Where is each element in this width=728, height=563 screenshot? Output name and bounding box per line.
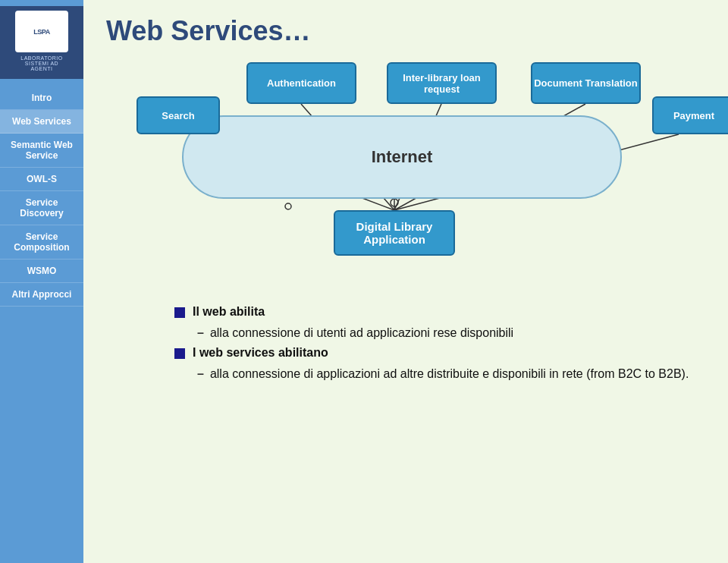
internet-label: Internet — [372, 147, 433, 167]
main-content: Web Services… Internet — [83, 0, 728, 563]
sidebar-item-intro[interactable]: Intro — [0, 86, 83, 110]
dla-label: Digital Library Application — [335, 220, 453, 246]
internet-cloud: Internet — [182, 115, 622, 199]
sub-dash-0-0: – — [197, 326, 204, 340]
sidebar-item-service-composition[interactable]: Service Composition — [0, 225, 83, 259]
content-area: Il web abilita–alla connessione di utent… — [83, 297, 728, 563]
sidebar-item-web-services[interactable]: Web Services — [0, 110, 83, 134]
service-box-1: Inter-library loan request — [387, 62, 497, 104]
bullet-square-1 — [174, 348, 185, 359]
title-area: Web Services… — [83, 0, 728, 55]
sidebar-item-service-discovery[interactable]: Service Discovery — [0, 191, 83, 225]
logo-image: LSPA — [15, 11, 68, 52]
sidebar-item-owl-s[interactable]: OWL-S — [0, 168, 83, 191]
bullet-main-text-0: Il web abilita — [193, 305, 265, 319]
dla-box: Digital Library Application — [334, 210, 455, 256]
sub-dash-1-0: – — [197, 367, 204, 381]
diagram-area: Internet Digital Library Application Aut… — [83, 55, 728, 297]
sub-text-1-0: alla connessione di applicazioni ad altr… — [210, 367, 689, 381]
logo-subtitle: LaboratorioSistemi adAgenti — [20, 55, 62, 71]
sub-text-0-0: alla connessione di utenti ad applicazio… — [210, 326, 513, 340]
service-box-2: Document Translation — [531, 62, 641, 104]
sidebar-item-semantic-web-service[interactable]: Semantic Web Service — [0, 134, 83, 168]
sub-bullet-0-0: –alla connessione di utenti ad applicazi… — [197, 326, 705, 340]
bullet-item-1: I web services abilitano — [174, 346, 705, 360]
bullet-item-0: Il web abilita — [174, 305, 705, 319]
svg-point-6 — [391, 199, 398, 206]
service-box-4: Payment — [652, 96, 728, 134]
service-box-3: Search — [136, 96, 220, 134]
bullet-square-0 — [174, 307, 185, 318]
bullet-main-text-1: I web services abilitano — [193, 346, 328, 360]
service-box-0: Authentication — [246, 62, 356, 104]
sub-bullet-1-0: –alla connessione di applicazioni ad alt… — [197, 367, 705, 381]
page-title: Web Services… — [106, 15, 705, 47]
svg-point-7 — [285, 203, 291, 209]
sidebar: LSPA LaboratorioSistemi adAgenti IntroWe… — [0, 0, 83, 563]
sidebar-item-altri-approcci[interactable]: Altri Approcci — [0, 283, 83, 307]
logo-area: LSPA LaboratorioSistemi adAgenti — [0, 6, 83, 79]
sidebar-item-wsmo[interactable]: WSMO — [0, 259, 83, 283]
